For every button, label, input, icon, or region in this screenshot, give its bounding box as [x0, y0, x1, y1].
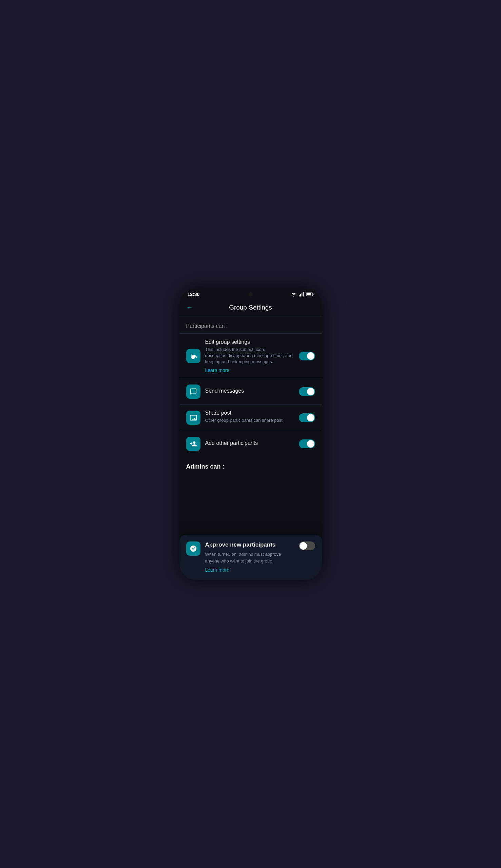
- share-post-toggle[interactable]: [299, 413, 315, 422]
- edit-group-desc: This includes the subject, icon, descrip…: [205, 347, 294, 365]
- setting-item-send-messages: Send messages: [179, 379, 322, 404]
- setting-item-add-participants: Add other participants: [179, 431, 322, 456]
- share-post-desc: Other group participants can share post: [205, 417, 294, 423]
- send-messages-title: Send messages: [205, 388, 294, 394]
- share-post-content: Share post Other group participants can …: [205, 410, 294, 425]
- approve-participants-card: Approve new participants When turned on,…: [179, 535, 322, 580]
- status-icons: [291, 292, 314, 297]
- back-button[interactable]: ←: [186, 303, 194, 312]
- setting-item-edit-group: Edit group settings This includes the su…: [179, 333, 322, 379]
- approve-card-desc: When turned on, admins must approve anyo…: [205, 551, 294, 564]
- add-participants-toggle-knob: [307, 440, 315, 447]
- page-title: Group Settings: [199, 304, 302, 311]
- send-messages-content: Send messages: [205, 388, 294, 395]
- image-icon: [190, 414, 197, 422]
- key-icon-wrap: [186, 349, 201, 363]
- approve-card-content: Approve new participants When turned on,…: [205, 542, 294, 573]
- approve-participants-toggle[interactable]: [299, 542, 315, 550]
- edit-group-title: Edit group settings: [205, 339, 294, 345]
- share-post-toggle-knob: [307, 414, 315, 422]
- approve-icon: [190, 545, 197, 552]
- share-post-icon-wrap: [186, 411, 201, 425]
- svg-rect-2: [301, 293, 302, 297]
- message-icon: [190, 388, 197, 395]
- edit-group-toggle[interactable]: [299, 351, 315, 360]
- svg-rect-0: [299, 295, 299, 297]
- edit-group-learn-more[interactable]: Learn more: [205, 368, 230, 373]
- participants-section-header: Participants can :: [179, 316, 322, 333]
- spacer: [179, 474, 322, 529]
- phone-frame: 12:30 ← Group Settings: [179, 288, 322, 580]
- status-time: 12:30: [188, 292, 200, 297]
- svg-rect-6: [307, 293, 311, 295]
- key-icon: [190, 352, 197, 360]
- add-person-icon: [190, 440, 197, 447]
- add-participants-title: Add other participants: [205, 440, 294, 446]
- share-post-title: Share post: [205, 410, 294, 416]
- camera-notch: [249, 292, 253, 296]
- add-person-icon-wrap: [186, 437, 201, 451]
- svg-rect-1: [300, 294, 301, 296]
- add-participants-content: Add other participants: [205, 440, 294, 447]
- approve-icon-wrap: [186, 542, 201, 556]
- battery-icon: [306, 292, 314, 296]
- message-icon-wrap: [186, 384, 201, 399]
- svg-rect-5: [312, 294, 313, 295]
- add-participants-toggle[interactable]: [299, 440, 315, 448]
- setting-item-share-post: Share post Other group participants can …: [179, 404, 322, 431]
- approve-card-title: Approve new participants: [205, 542, 294, 548]
- edit-group-toggle-knob: [307, 352, 315, 360]
- approve-card-learn-more[interactable]: Learn more: [205, 567, 230, 573]
- signal-icon: [299, 292, 304, 297]
- svg-rect-3: [303, 292, 303, 297]
- wifi-icon: [291, 292, 297, 297]
- admins-section-header: Admins can :: [179, 456, 322, 474]
- top-bar: ← Group Settings: [179, 299, 322, 316]
- edit-group-content: Edit group settings This includes the su…: [205, 339, 294, 373]
- send-messages-toggle-knob: [307, 388, 315, 395]
- approve-participants-toggle-knob: [299, 542, 307, 550]
- screen-content: Participants can : Edit group settings T…: [179, 316, 322, 580]
- send-messages-toggle[interactable]: [299, 387, 315, 396]
